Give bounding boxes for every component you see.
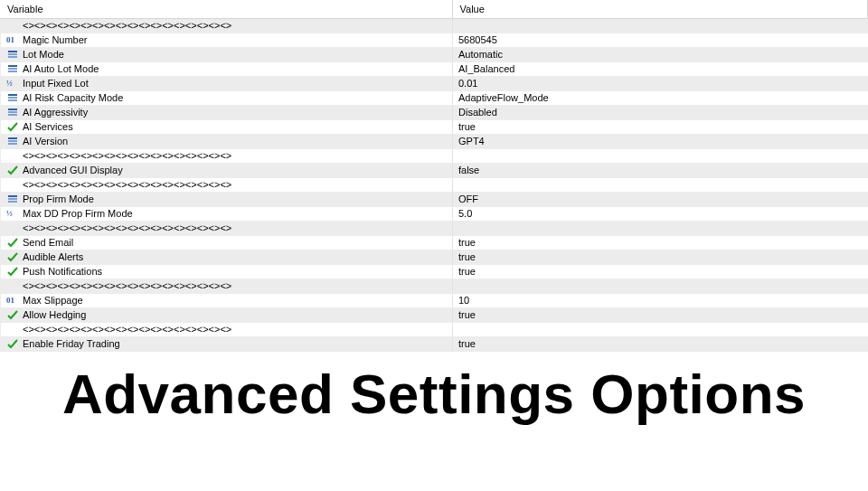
enum-icon xyxy=(6,48,19,61)
value-cell[interactable]: AI_Balanced xyxy=(453,62,868,76)
variable-label: <><><><><><><><><><><><><><><><><><> xyxy=(23,19,231,33)
table-row[interactable]: <><><><><><><><><><><><><><><><><><> xyxy=(0,19,868,33)
variable-cell[interactable]: Push Notifications xyxy=(1,265,453,279)
table-row[interactable]: Lot ModeAutomatic xyxy=(0,48,868,62)
variable-cell[interactable]: Send Email xyxy=(1,236,453,250)
variable-label: AI Services xyxy=(23,120,73,134)
no-icon xyxy=(6,323,19,335)
value-cell[interactable]: false xyxy=(453,164,868,177)
value-cell[interactable] xyxy=(453,178,868,192)
value-cell[interactable]: OFF xyxy=(453,193,868,206)
no-icon xyxy=(6,149,19,162)
svg-rect-2 xyxy=(8,51,17,52)
table-row[interactable]: Enable Friday Tradingtrue xyxy=(0,337,868,352)
value-cell[interactable]: GPT4 xyxy=(453,135,868,148)
value-cell[interactable] xyxy=(453,149,868,163)
variable-cell[interactable]: AI Risk Capacity Mode xyxy=(1,91,453,105)
header-value[interactable]: Value xyxy=(452,0,868,18)
table-row[interactable]: ½Input Fixed Lot0.01 xyxy=(0,77,868,91)
table-row[interactable]: <><><><><><><><><><><><><><><><><><> xyxy=(0,222,868,236)
variable-cell[interactable]: ½Input Fixed Lot xyxy=(1,77,453,90)
value-cell[interactable] xyxy=(453,279,868,293)
variable-cell[interactable]: <><><><><><><><><><><><><><><><><><> xyxy=(1,178,453,192)
value-cell[interactable]: Disabled xyxy=(453,106,868,119)
table-row[interactable]: <><><><><><><><><><><><><><><><><><> xyxy=(0,149,868,164)
variable-cell[interactable]: AI Auto Lot Mode xyxy=(1,62,453,76)
variable-cell[interactable]: 01Magic Number xyxy=(1,33,453,47)
variable-cell[interactable]: <><><><><><><><><><><><><><><><><><> xyxy=(1,323,453,336)
table-row[interactable]: Audible Alertstrue xyxy=(0,250,868,265)
table-row[interactable]: <><><><><><><><><><><><><><><><><><> xyxy=(0,178,868,193)
variable-label: Max Slippage xyxy=(23,294,83,307)
variable-label: Allow Hedging xyxy=(23,308,86,322)
bool-icon xyxy=(6,250,19,263)
table-row[interactable]: AI VersionGPT4 xyxy=(0,135,868,149)
table-row[interactable]: 01Max Slippage10 xyxy=(0,294,868,308)
variable-cell[interactable]: AI Aggressivity xyxy=(1,106,453,119)
variable-cell[interactable]: Audible Alerts xyxy=(1,250,453,264)
variable-label: Send Email xyxy=(23,236,73,250)
no-icon xyxy=(6,222,19,234)
svg-text:01: 01 xyxy=(6,35,15,44)
variable-label: <><><><><><><><><><><><><><><><><><> xyxy=(23,178,231,192)
variable-cell[interactable]: <><><><><><><><><><><><><><><><><><> xyxy=(1,222,453,235)
svg-rect-7 xyxy=(8,71,17,72)
enum-icon xyxy=(6,106,19,118)
table-row[interactable]: Advanced GUI Displayfalse xyxy=(0,164,868,178)
value-cell[interactable]: true xyxy=(453,337,868,351)
table-row[interactable]: 01Magic Number5680545 xyxy=(0,33,868,48)
double-icon: ½ xyxy=(6,77,19,90)
variable-cell[interactable]: ½Max DD Prop Firm Mode xyxy=(1,207,453,221)
value-cell[interactable]: true xyxy=(453,120,868,134)
header-variable[interactable]: Variable xyxy=(0,0,452,18)
svg-text:½: ½ xyxy=(6,79,13,88)
value-cell[interactable] xyxy=(453,222,868,235)
svg-rect-16 xyxy=(8,140,17,142)
value-cell[interactable]: true xyxy=(453,308,868,322)
table-row[interactable]: AI Auto Lot ModeAI_Balanced xyxy=(0,62,868,77)
value-text: 5680545 xyxy=(458,33,497,47)
table-row[interactable]: Push Notificationstrue xyxy=(0,265,868,279)
value-cell[interactable]: true xyxy=(453,236,868,250)
svg-rect-6 xyxy=(8,68,17,70)
variable-label: Push Notifications xyxy=(23,265,102,279)
svg-rect-18 xyxy=(8,195,17,197)
table-row[interactable]: <><><><><><><><><><><><><><><><><><> xyxy=(0,279,868,294)
value-cell[interactable]: Automatic xyxy=(453,48,868,61)
table-row[interactable]: AI Servicestrue xyxy=(0,120,868,135)
value-text: true xyxy=(458,307,476,322)
variable-cell[interactable]: Advanced GUI Display xyxy=(1,164,453,177)
table-row[interactable]: Send Emailtrue xyxy=(0,236,868,250)
variable-cell[interactable]: Allow Hedging xyxy=(1,308,453,322)
variable-cell[interactable]: Enable Friday Trading xyxy=(1,337,453,351)
variable-cell[interactable]: <><><><><><><><><><><><><><><><><><> xyxy=(1,19,453,33)
table-row[interactable]: Prop Firm ModeOFF xyxy=(0,193,868,207)
value-cell[interactable]: true xyxy=(453,250,868,264)
table-row[interactable]: AI AggressivityDisabled xyxy=(0,106,868,120)
value-cell[interactable]: 0.01 xyxy=(453,77,868,90)
value-text: Automatic xyxy=(458,47,503,61)
table-row[interactable]: Allow Hedgingtrue xyxy=(0,308,868,323)
variable-label: Input Fixed Lot xyxy=(23,77,89,90)
value-cell[interactable]: 5.0 xyxy=(453,207,868,221)
value-cell[interactable]: AdaptiveFlow_Mode xyxy=(453,91,868,105)
variable-cell[interactable]: Lot Mode xyxy=(1,48,453,61)
variable-cell[interactable]: <><><><><><><><><><><><><><><><><><> xyxy=(1,279,453,293)
value-cell[interactable] xyxy=(453,19,868,33)
no-icon xyxy=(6,178,19,191)
table-row[interactable]: AI Risk Capacity ModeAdaptiveFlow_Mode xyxy=(0,91,868,106)
variable-cell[interactable]: AI Services xyxy=(1,120,453,134)
value-cell[interactable] xyxy=(453,323,868,336)
value-cell[interactable]: 5680545 xyxy=(453,33,868,47)
value-cell[interactable]: true xyxy=(453,265,868,279)
variable-cell[interactable]: 01Max Slippage xyxy=(1,294,453,307)
variable-cell[interactable]: <><><><><><><><><><><><><><><><><><> xyxy=(1,149,453,163)
table-row[interactable]: <><><><><><><><><><><><><><><><><><> xyxy=(0,323,868,337)
variable-cell[interactable]: Prop Firm Mode xyxy=(1,193,453,206)
value-cell[interactable]: 10 xyxy=(453,294,868,307)
table-row[interactable]: ½Max DD Prop Firm Mode5.0 xyxy=(0,207,868,222)
value-text: false xyxy=(458,163,479,177)
value-text: true xyxy=(458,250,476,264)
double-icon: ½ xyxy=(6,207,19,220)
variable-cell[interactable]: AI Version xyxy=(1,135,453,148)
